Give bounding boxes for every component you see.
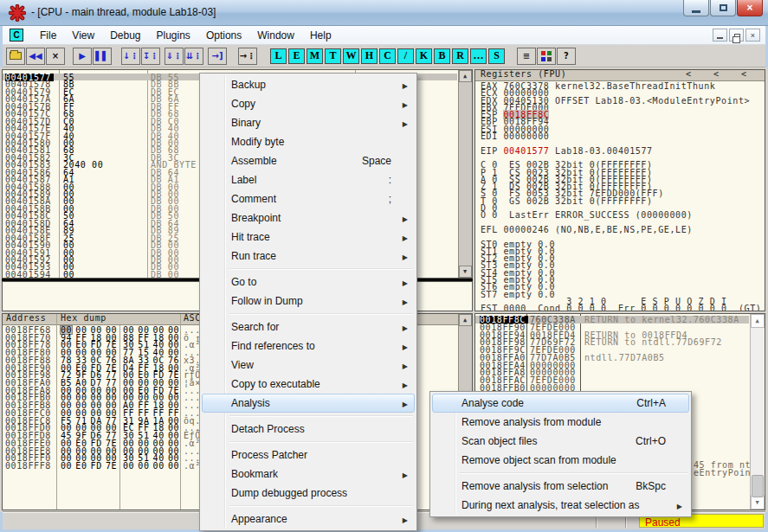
collapse-button-2[interactable]: <: [713, 70, 720, 78]
disasm-scrollbar[interactable]: ▲ ▼: [458, 70, 472, 278]
menubar-item-window[interactable]: Window: [249, 27, 302, 44]
mdi-restore-button[interactable]: [729, 29, 744, 42]
panel-button-e[interactable]: E: [288, 48, 305, 64]
close-process-icon: ×: [52, 51, 59, 61]
help-button[interactable]: ?: [557, 48, 576, 65]
panel-button-t[interactable]: T: [325, 48, 341, 64]
collapse-button-1[interactable]: <: [686, 70, 692, 78]
registers-pane[interactable]: Registers (FPU) < < < EAX 760C3378 kerne…: [474, 69, 765, 311]
menubar-item-options[interactable]: Options: [198, 27, 249, 44]
scroll-up-icon[interactable]: ▲: [459, 314, 472, 326]
panel-button-h[interactable]: H: [361, 48, 378, 64]
menubar-item-help[interactable]: Help: [302, 27, 339, 44]
context-menu-item-backup[interactable]: Backup▶: [202, 75, 415, 94]
context-menu-item-comment[interactable]: Comment;: [202, 189, 415, 208]
context-menu-item-run-trace[interactable]: Run trace▶: [202, 247, 415, 266]
minimize-button[interactable]: [683, 0, 709, 16]
submenu-arrow-icon: ▶: [403, 466, 408, 484]
rewind-button[interactable]: ◀◀: [26, 48, 45, 65]
close-button[interactable]: ×: [737, 0, 763, 16]
register-line[interactable]: EDI 00000000: [481, 132, 763, 139]
context-menu-item-detach-process[interactable]: Detach Process: [202, 420, 415, 439]
context-menu-item-find-references-to[interactable]: Find references to▶: [202, 337, 415, 356]
panel-button-m[interactable]: M: [307, 48, 323, 64]
register-text: FCW 027F Prec NEAR,53 Mask 1 1 1 1 1 1: [481, 311, 727, 312]
context-menu-item-follow-in-dump[interactable]: Follow in Dump▶: [202, 292, 415, 311]
cpu-window-system-icon[interactable]: C: [10, 29, 23, 42]
analysis-submenu-item-during-next-analysis-treat-selection-as[interactable]: During next analysis, treat selection as…: [432, 496, 689, 515]
context-menu-item-process-patcher[interactable]: Process Patcher: [202, 445, 415, 465]
context-menu-item-bookmark[interactable]: Bookmark▶: [202, 465, 415, 484]
context-menu-item-copy-to-executable[interactable]: Copy to executable▶: [202, 375, 415, 394]
panel-button-l[interactable]: L: [270, 48, 287, 64]
step-into-button[interactable]: ↓⋮: [121, 48, 140, 65]
context-menu-item-label[interactable]: Label:: [202, 170, 415, 189]
register-line[interactable]: O 0 LastErr ERROR_SUCCESS (00000000): [481, 211, 763, 218]
collapse-button-3[interactable]: <: [741, 70, 747, 78]
scroll-down-icon[interactable]: ▼: [751, 496, 765, 510]
scroll-up-icon[interactable]: ▲: [459, 70, 472, 82]
execute-till-return-button[interactable]: →]: [208, 48, 227, 65]
animate-over-button[interactable]: ⇊⋮: [184, 48, 203, 65]
context-menu-item-binary[interactable]: Binary▶: [202, 113, 415, 132]
step-into-icon: ↓⋮: [123, 51, 139, 61]
context-menu-item-analysis[interactable]: Analysis▶: [202, 394, 415, 413]
menubar-item-view[interactable]: View: [64, 27, 102, 44]
panel-button-r[interactable]: R: [452, 48, 468, 64]
stack-comment-fragment: eEntryPoin: [694, 468, 751, 478]
submenu-arrow-icon: ▶: [403, 210, 408, 228]
mdi-minimize-button[interactable]: [713, 29, 727, 42]
menubar-item-debug[interactable]: Debug: [102, 27, 148, 44]
menu-item-label: Binary: [231, 117, 261, 129]
appearance-button[interactable]: [537, 48, 556, 65]
register-line[interactable]: EFL 00000246 (NO,NB,E,BE,NS,PE,GE,LE): [481, 226, 763, 233]
context-menu-item-dump-debugged-process[interactable]: Dump debugged process: [202, 484, 415, 503]
go-to-button[interactable]: →⋮: [238, 48, 257, 65]
context-menu-item-breakpoint[interactable]: Breakpoint▶: [202, 208, 415, 228]
panel-button-c[interactable]: C: [379, 48, 396, 64]
run-button[interactable]: ▶: [73, 48, 92, 65]
scroll-up-icon[interactable]: ▲: [751, 314, 765, 328]
analysis-submenu-item-scan-object-files[interactable]: Scan object filesCtrl+O: [432, 432, 689, 451]
context-menu-item-assemble[interactable]: AssembleSpace: [202, 151, 415, 170]
panel-button-k[interactable]: K: [416, 48, 432, 64]
panel-button-slash[interactable]: /: [397, 48, 414, 64]
register-line[interactable]: T 0 GS 002B 32bit 0(FFFFFFFF): [481, 197, 763, 204]
register-line[interactable]: EIP 00401577 Lab18-03.00401577: [481, 147, 763, 154]
submenu-arrow-icon: ▶: [403, 229, 408, 247]
context-menu-item-hit-trace[interactable]: Hit trace▶: [202, 228, 415, 247]
open-file-button[interactable]: [6, 48, 25, 65]
windows-list-button[interactable]: ≡: [517, 48, 536, 65]
analysis-submenu-item-remove-analysis-from-selection[interactable]: Remove analysis from selectionBkSpc: [432, 477, 689, 496]
analysis-submenu-item-remove-object-scan-from-module[interactable]: Remove object scan from module: [432, 451, 689, 470]
pause-button[interactable]: ▌▌: [93, 48, 112, 65]
context-menu-item-search-for[interactable]: Search for▶: [202, 317, 415, 337]
scrollbar-thumb[interactable]: [752, 475, 764, 497]
maximize-button[interactable]: [710, 0, 736, 16]
panel-button-dots[interactable]: …: [470, 48, 487, 64]
stack-scrollbar[interactable]: ▲ ▼: [750, 314, 765, 510]
analysis-submenu-item-analyse-code[interactable]: Analyse codeCtrl+A: [432, 394, 689, 413]
menu-item-shortcut: Ctrl+O: [636, 433, 666, 451]
animate-into-button[interactable]: ⇓⋮: [165, 48, 184, 65]
menu-item-label: Label: [231, 174, 256, 186]
mdi-close-button[interactable]: ×: [745, 29, 760, 42]
menubar-item-file[interactable]: File: [32, 27, 64, 44]
menubar-item-plugins[interactable]: Plugins: [149, 27, 198, 44]
context-menu-item-modify-byte[interactable]: Modify byte: [202, 132, 415, 151]
panel-button-b[interactable]: B: [434, 48, 450, 64]
context-menu-item-view[interactable]: View▶: [202, 356, 415, 375]
panel-button-s[interactable]: S: [488, 48, 505, 64]
scroll-down-icon[interactable]: ▼: [459, 266, 472, 278]
panel-button-w[interactable]: W: [343, 48, 359, 64]
execute-till-return-icon: →]: [212, 51, 223, 61]
context-menu-item-copy[interactable]: Copy▶: [202, 94, 415, 113]
window-title: - [CPU - main thread, module Lab18-03]: [31, 6, 216, 18]
menu-item-shortcut: Space: [362, 152, 391, 170]
close-process-button[interactable]: ×: [46, 48, 65, 65]
context-menu-item-appearance[interactable]: Appearance▶: [202, 510, 415, 529]
step-over-button[interactable]: ↧⋮: [141, 48, 160, 65]
context-menu-item-go-to[interactable]: Go to▶: [202, 272, 415, 292]
analysis-submenu-item-remove-analysis-from-module[interactable]: Remove analysis from module: [432, 413, 689, 432]
titlebar[interactable]: - [CPU - main thread, module Lab18-03] ×: [0, 0, 768, 26]
